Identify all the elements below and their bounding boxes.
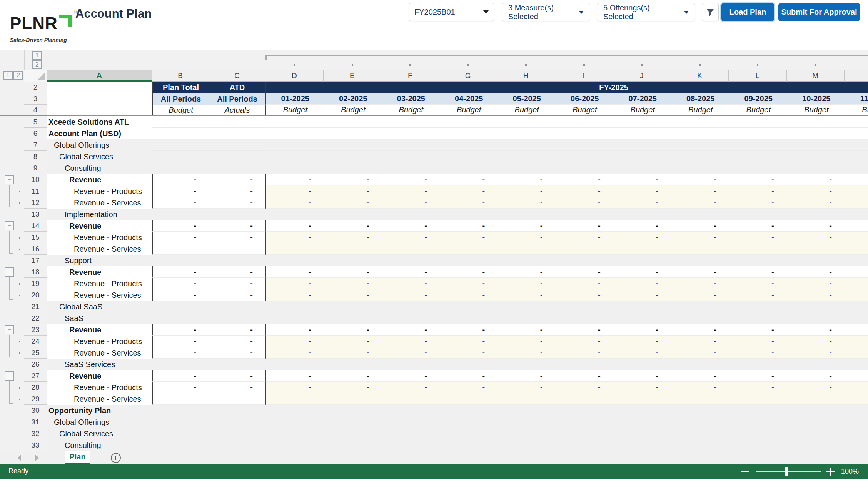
submit-for-approval-button[interactable]: Submit For Approval xyxy=(778,3,860,21)
month-value-cell[interactable]: - xyxy=(787,278,845,289)
atd-value-cell[interactable]: - xyxy=(209,243,265,255)
month-value-cell[interactable]: - xyxy=(787,266,845,277)
plan-total-value-cell[interactable]: - xyxy=(152,278,209,289)
row-label-cell[interactable]: Revenue - Services xyxy=(47,243,152,255)
month-value-cell[interactable]: - xyxy=(324,347,382,358)
row-header-13[interactable]: 13 xyxy=(24,209,47,220)
month-value-cell[interactable]: - xyxy=(266,232,324,243)
month-header-cell[interactable]: 07-2025 xyxy=(614,93,672,104)
month-value-cell[interactable]: - xyxy=(497,289,555,301)
column-outline-level-1-button[interactable]: 1 xyxy=(32,51,42,60)
month-value-cell[interactable]: - xyxy=(671,220,729,231)
month-value-cell[interactable]: - xyxy=(497,382,555,393)
month-value-cell[interactable]: - xyxy=(671,393,729,404)
row-header-9[interactable]: 9 xyxy=(24,162,47,174)
month-value-cell[interactable]: - xyxy=(266,382,324,393)
month-value-cell[interactable]: - xyxy=(671,336,729,347)
month-value-cell[interactable]: - xyxy=(555,278,613,289)
row-label-cell[interactable]: Revenue xyxy=(47,324,152,336)
month-value-cell[interactable]: - xyxy=(382,278,440,289)
sheet-nav-right-icon[interactable] xyxy=(35,455,39,461)
month-value-cell[interactable]: - xyxy=(671,232,729,243)
month-header-cell-clipped[interactable]: 11-2025 xyxy=(845,93,868,104)
scenario-header-cell[interactable]: Budget xyxy=(152,105,209,115)
atd-value-cell[interactable]: - xyxy=(209,382,265,393)
grid-cell[interactable] xyxy=(47,93,152,105)
collapse-group-button[interactable]: − xyxy=(5,325,14,334)
row-label-cell[interactable]: Consulting xyxy=(47,439,152,451)
row-label-cell[interactable]: Revenue - Products xyxy=(47,382,152,393)
month-value-cell[interactable]: - xyxy=(671,289,729,301)
month-value-cell[interactable]: - xyxy=(324,185,382,197)
row-header-19[interactable]: 19 xyxy=(24,278,47,289)
month-value-cell[interactable]: - xyxy=(671,347,729,358)
scenario-header-cell[interactable]: Budget xyxy=(498,105,556,115)
row-header-11[interactable]: 11 xyxy=(24,185,47,197)
plan-total-value-cell[interactable] xyxy=(152,301,209,312)
month-value-cell[interactable]: - xyxy=(555,370,613,381)
column-header-A[interactable]: A xyxy=(47,70,152,82)
month-value-cell[interactable]: - xyxy=(787,336,845,347)
month-value-cell-clipped[interactable] xyxy=(845,174,868,185)
row-label-cell[interactable]: Account Plan (USD) xyxy=(47,128,152,139)
row-header[interactable]: 2 xyxy=(24,82,47,93)
atd-value-cell[interactable] xyxy=(209,439,265,451)
month-header-cell[interactable]: 10-2025 xyxy=(788,93,846,104)
month-value-cell[interactable]: - xyxy=(497,336,555,347)
atd-value-cell[interactable] xyxy=(209,139,265,151)
month-value-cell[interactable]: - xyxy=(613,336,671,347)
row-header-33[interactable]: 33 xyxy=(24,439,47,451)
row-outline-level-2-button[interactable]: 2 xyxy=(13,71,23,80)
row-label-cell[interactable]: Revenue - Products xyxy=(47,232,152,243)
row-label-cell[interactable]: Implementation xyxy=(47,209,152,220)
column-header-L[interactable]: L xyxy=(729,70,787,82)
row-label-cell[interactable]: Revenue - Products xyxy=(47,185,152,197)
month-value-cell[interactable]: - xyxy=(729,289,786,301)
column-header-H[interactable]: H xyxy=(497,70,555,82)
month-value-cell[interactable]: - xyxy=(787,174,845,185)
measures-dropdown[interactable]: 3 Measure(s) Selected xyxy=(502,3,590,21)
column-header-G[interactable]: G xyxy=(439,70,497,82)
plan-total-value-cell[interactable]: - xyxy=(152,382,209,393)
month-value-cell[interactable]: - xyxy=(440,278,497,289)
atd-value-cell[interactable] xyxy=(209,151,265,162)
atd-header-cell[interactable]: ATD xyxy=(209,82,265,93)
row-label-cell[interactable]: Global Offerings xyxy=(47,416,152,428)
row-header-27[interactable]: 27 xyxy=(24,370,47,382)
month-value-cell[interactable]: - xyxy=(324,243,382,254)
month-value-cell[interactable]: - xyxy=(613,243,671,254)
row-header-5[interactable]: 5 xyxy=(24,116,47,128)
month-value-cell[interactable]: - xyxy=(613,347,671,358)
column-header-K[interactable]: K xyxy=(671,70,729,82)
row-label-cell[interactable]: Revenue xyxy=(47,266,152,278)
atd-value-cell[interactable] xyxy=(209,162,265,174)
month-value-cell[interactable]: - xyxy=(613,174,671,185)
month-value-cell[interactable]: - xyxy=(440,393,497,404)
month-value-cell[interactable]: - xyxy=(382,197,440,208)
month-header-cell[interactable]: 02-2025 xyxy=(324,93,382,104)
month-value-cell[interactable]: - xyxy=(613,220,671,231)
plan-total-value-cell[interactable] xyxy=(152,428,209,439)
month-value-cell[interactable]: - xyxy=(497,220,555,231)
month-value-cell-clipped[interactable] xyxy=(845,382,868,393)
plan-total-value-cell[interactable]: - xyxy=(152,197,209,209)
row-label-cell[interactable]: Revenue - Services xyxy=(47,393,152,405)
row-label-cell[interactable]: Revenue xyxy=(47,174,152,185)
plan-total-value-cell[interactable]: - xyxy=(152,232,209,243)
month-value-cell-clipped[interactable] xyxy=(845,393,868,404)
month-value-cell[interactable]: - xyxy=(266,347,324,358)
month-value-cell[interactable]: - xyxy=(613,197,671,208)
plan-total-value-cell[interactable]: - xyxy=(152,289,209,301)
column-header-B[interactable]: B xyxy=(152,70,209,82)
atd-value-cell[interactable]: - xyxy=(209,336,265,347)
plan-total-value-cell[interactable] xyxy=(152,162,209,174)
atd-value-cell[interactable]: - xyxy=(209,232,265,243)
atd-value-cell[interactable] xyxy=(209,209,265,220)
month-value-cell[interactable]: - xyxy=(555,393,613,404)
month-value-cell[interactable]: - xyxy=(729,266,786,277)
row-header-23[interactable]: 23 xyxy=(24,324,47,336)
atd-value-cell[interactable] xyxy=(209,312,265,324)
row-header-8[interactable]: 8 xyxy=(24,151,47,162)
month-value-cell[interactable]: - xyxy=(787,232,845,243)
offerings-dropdown[interactable]: 5 Offerings(s) Selected xyxy=(597,3,695,21)
